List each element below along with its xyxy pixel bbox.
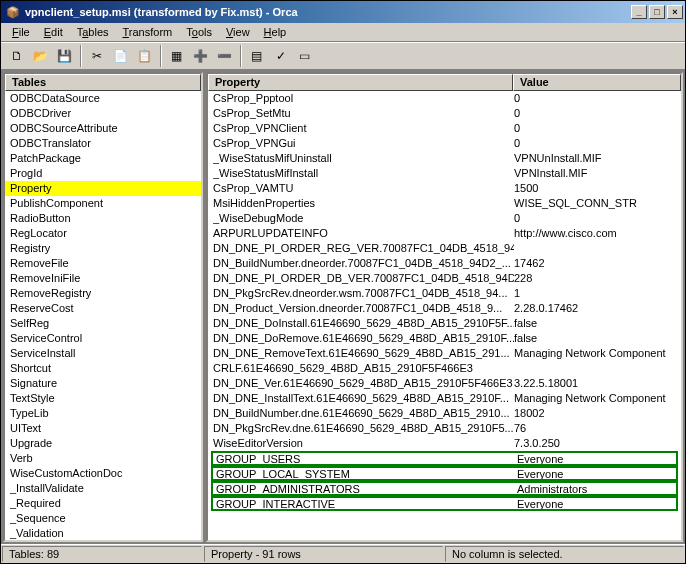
property-row[interactable]: DN_PkgSrcRev.dneorder.wsm.70087FC1_04DB_… [208, 286, 681, 301]
table-row[interactable]: ReserveCost [5, 301, 201, 316]
table-row[interactable]: RemoveIniFile [5, 271, 201, 286]
table-row[interactable]: RadioButton [5, 211, 201, 226]
property-cell: CsProp_VPNClient [213, 121, 514, 136]
table-row[interactable]: SelfReg [5, 316, 201, 331]
table-row[interactable]: ODBCSourceAttribute [5, 121, 201, 136]
value-column-header[interactable]: Value [513, 74, 681, 91]
property-cell: DN_DNE_PI_ORDER_REG_VER.70087FC1_04DB_45… [213, 241, 514, 256]
table-name: Registry [10, 241, 50, 256]
property-row[interactable]: _WiseStatusMifUninstallVPNUnInstall.MIF [208, 151, 681, 166]
table-row[interactable]: TypeLib [5, 406, 201, 421]
property-row[interactable]: DN_DNE_PI_ORDER_REG_VER.70087FC1_04DB_45… [208, 241, 681, 256]
menu-tools[interactable]: Tools [179, 24, 219, 40]
property-row[interactable]: _WiseDebugMode0 [208, 211, 681, 226]
copy-icon[interactable]: 📄 [109, 45, 132, 67]
close-button[interactable]: × [667, 5, 683, 19]
table-row[interactable]: _Sequence [5, 511, 201, 526]
menu-tables[interactable]: Tables [70, 24, 116, 40]
add-row-icon[interactable]: ➕ [189, 45, 212, 67]
table-name: Upgrade [10, 436, 52, 451]
paste-icon[interactable]: 📋 [133, 45, 156, 67]
table-name: ODBCTranslator [10, 136, 91, 151]
property-row[interactable]: DN_BuildNumber.dne.61E46690_5629_4B8D_AB… [208, 406, 681, 421]
property-row[interactable]: CsProp_VAMTU1500 [208, 181, 681, 196]
tables-column-header[interactable]: Tables [5, 74, 201, 91]
property-row[interactable]: _WiseStatusMifInstallVPNInstall.MIF [208, 166, 681, 181]
property-row[interactable]: DN_DNE_Ver.61E46690_5629_4B8D_AB15_2910F… [208, 376, 681, 391]
menu-help[interactable]: Help [257, 24, 294, 40]
property-row[interactable]: DN_PkgSrcRev.dne.61E46690_5629_4B8D_AB15… [208, 421, 681, 436]
maximize-button[interactable]: □ [649, 5, 665, 19]
menu-edit[interactable]: Edit [37, 24, 70, 40]
table-name: RemoveIniFile [10, 271, 80, 286]
table-row[interactable]: RegLocator [5, 226, 201, 241]
export-icon[interactable]: ▤ [245, 45, 268, 67]
value-cell: 0 [514, 121, 681, 136]
open-icon[interactable]: 📂 [29, 45, 52, 67]
validate-icon[interactable]: ✓ [269, 45, 292, 67]
property-row[interactable]: GROUP_USERSEveryone [211, 451, 678, 466]
property-row[interactable]: DN_DNE_InstallText.61E46690_5629_4B8D_AB… [208, 391, 681, 406]
table-row[interactable]: Registry [5, 241, 201, 256]
menu-bar: File Edit Tables Transform Tools View He… [1, 23, 685, 42]
toolbar-separator [160, 45, 162, 67]
tables-list[interactable]: ODBCDataSourceODBCDriverODBCSourceAttrib… [5, 91, 201, 540]
property-row[interactable]: CRLF.61E46690_5629_4B8D_AB15_2910F5F466E… [208, 361, 681, 376]
table-row[interactable]: WiseCustomActionDoc [5, 466, 201, 481]
table-row[interactable]: _Validation [5, 526, 201, 540]
table-row[interactable]: RemoveFile [5, 256, 201, 271]
property-row[interactable]: CsProp_SetMtu0 [208, 106, 681, 121]
table-name: RegLocator [10, 226, 67, 241]
table-row[interactable]: RemoveRegistry [5, 286, 201, 301]
table-row[interactable]: TextStyle [5, 391, 201, 406]
property-row[interactable]: CsProp_Ppptool0 [208, 91, 681, 106]
table-row[interactable]: _Required [5, 496, 201, 511]
minimize-button[interactable]: _ [631, 5, 647, 19]
property-row[interactable]: MsiHiddenPropertiesWISE_SQL_CONN_STR [208, 196, 681, 211]
table-row[interactable]: PublishComponent [5, 196, 201, 211]
table-row[interactable]: Shortcut [5, 361, 201, 376]
property-row[interactable]: DN_BuildNumber.dneorder.70087FC1_04DB_45… [208, 256, 681, 271]
table-row[interactable]: ODBCTranslator [5, 136, 201, 151]
property-row[interactable]: GROUP_ADMINISTRATORSAdministrators [211, 481, 678, 496]
property-row[interactable]: GROUP_INTERACTIVEEveryone [211, 496, 678, 511]
cut-icon[interactable]: ✂ [85, 45, 108, 67]
property-row[interactable]: WiseEditorVersion7.3.0.250 [208, 436, 681, 451]
property-column-header[interactable]: Property [208, 74, 513, 91]
property-row[interactable]: DN_DNE_DoRemove.61E46690_5629_4B8D_AB15_… [208, 331, 681, 346]
property-row[interactable]: DN_DNE_RemoveText.61E46690_5629_4B8D_AB1… [208, 346, 681, 361]
property-row[interactable]: DN_DNE_DoInstall.61E46690_5629_4B8D_AB15… [208, 316, 681, 331]
table-row[interactable]: UIText [5, 421, 201, 436]
table-row[interactable]: _InstallValidate [5, 481, 201, 496]
table-row[interactable]: ProgId [5, 166, 201, 181]
table-row[interactable]: Signature [5, 376, 201, 391]
property-row[interactable]: ARPURLUPDATEINFOhttp://www.cisco.com [208, 226, 681, 241]
menu-transform[interactable]: Transform [116, 24, 180, 40]
table-row[interactable]: Property [5, 181, 201, 196]
value-cell: VPNUnInstall.MIF [514, 151, 681, 166]
property-row[interactable]: CsProp_VPNClient0 [208, 121, 681, 136]
menu-file[interactable]: File [5, 24, 37, 40]
table-row[interactable]: ServiceControl [5, 331, 201, 346]
delete-row-icon[interactable]: ➖ [213, 45, 236, 67]
dialog-icon[interactable]: ▭ [293, 45, 316, 67]
property-list[interactable]: CsProp_Ppptool0CsProp_SetMtu0CsProp_VPNC… [208, 91, 681, 540]
table-row[interactable]: ODBCDriver [5, 106, 201, 121]
property-cell: ARPURLUPDATEINFO [213, 226, 514, 241]
menu-view[interactable]: View [219, 24, 257, 40]
table-name: ODBCSourceAttribute [10, 121, 118, 136]
property-row[interactable]: DN_DNE_PI_ORDER_DB_VER.70087FC1_04DB_451… [208, 271, 681, 286]
value-cell: Everyone [517, 453, 676, 464]
table-row[interactable]: Upgrade [5, 436, 201, 451]
table-name: PatchPackage [10, 151, 81, 166]
new-table-icon[interactable]: ▦ [165, 45, 188, 67]
new-icon[interactable]: 🗋 [5, 45, 28, 67]
save-icon[interactable]: 💾 [53, 45, 76, 67]
property-row[interactable]: DN_Product_Version.dneorder.70087FC1_04D… [208, 301, 681, 316]
table-row[interactable]: Verb [5, 451, 201, 466]
table-row[interactable]: PatchPackage [5, 151, 201, 166]
table-row[interactable]: ServiceInstall [5, 346, 201, 361]
table-row[interactable]: ODBCDataSource [5, 91, 201, 106]
property-row[interactable]: GROUP_LOCAL_SYSTEMEveryone [211, 466, 678, 481]
property-row[interactable]: CsProp_VPNGui0 [208, 136, 681, 151]
